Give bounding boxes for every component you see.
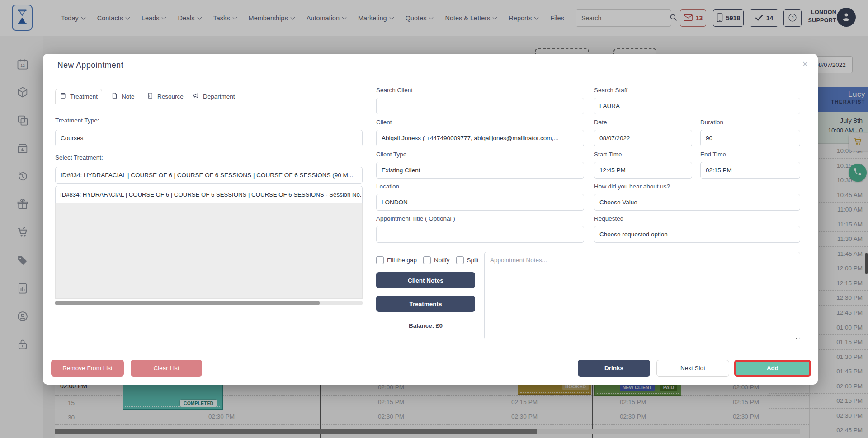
- appointment-title-label: Appointment Title ( Optional ): [376, 215, 455, 222]
- close-icon[interactable]: ×: [802, 59, 808, 69]
- treatment-list-scrollbar-thumb[interactable]: [55, 301, 320, 305]
- add-button[interactable]: Add: [734, 360, 811, 377]
- options-row: Fill the gap Notify Split: [376, 256, 479, 264]
- select-treatment-label: Select Treatment:: [55, 154, 103, 161]
- remove-from-list-button[interactable]: Remove From List: [51, 360, 124, 377]
- megaphone-icon: [193, 92, 199, 100]
- split-option: Split: [456, 256, 479, 264]
- date-input[interactable]: [594, 130, 692, 146]
- search-staff-label: Search Staff: [594, 87, 627, 94]
- end-time-input[interactable]: [700, 162, 800, 179]
- select-treatment-select[interactable]: [55, 167, 363, 184]
- treatment-type-select[interactable]: [55, 130, 363, 146]
- location-select[interactable]: [376, 194, 584, 211]
- new-appointment-modal: New Appointment × Treatment Note Resourc…: [43, 54, 818, 385]
- building-icon: [147, 92, 154, 100]
- tab-note[interactable]: Note: [109, 89, 137, 104]
- client-type-label: Client Type: [376, 151, 406, 158]
- hear-about-select[interactable]: [594, 194, 800, 211]
- hear-about-label: How did you hear about us?: [594, 183, 670, 190]
- start-time-label: Start Time: [594, 151, 622, 158]
- clipboard-icon: [60, 92, 66, 100]
- balance-text: Balance: £0: [376, 322, 475, 329]
- appointment-notes-textarea[interactable]: [484, 252, 800, 339]
- treatment-list-scrollbar[interactable]: [55, 301, 363, 305]
- location-label: Location: [376, 183, 399, 190]
- search-client-input[interactable]: [376, 98, 584, 114]
- modal-title: New Appointment: [57, 61, 123, 70]
- requested-label: Requested: [594, 215, 623, 222]
- treatments-button[interactable]: Treatments: [376, 296, 475, 312]
- treatment-type-label: Treatment Type:: [55, 117, 99, 124]
- search-staff-input[interactable]: [594, 98, 800, 114]
- next-slot-button[interactable]: Next Slot: [656, 360, 729, 377]
- clear-list-button[interactable]: Clear List: [131, 360, 202, 377]
- note-icon: [111, 92, 118, 100]
- client-label: Client: [376, 119, 392, 126]
- client-input[interactable]: [376, 130, 584, 146]
- start-time-input[interactable]: [594, 162, 692, 179]
- modal-footer: Remove From List Clear List Drinks Next …: [43, 352, 818, 385]
- client-notes-button[interactable]: Client Notes: [376, 272, 475, 288]
- drinks-button[interactable]: Drinks: [578, 360, 650, 377]
- tab-resource[interactable]: Resource: [145, 89, 185, 104]
- tab-department[interactable]: Department: [191, 89, 237, 104]
- date-label: Date: [594, 119, 607, 126]
- notify-option: Notify: [423, 256, 450, 264]
- split-checkbox[interactable]: [456, 256, 464, 264]
- fill-the-gap-checkbox[interactable]: [376, 256, 384, 264]
- treatment-list-item[interactable]: ID#834: HYDRAFACIAL | COURSE OF 6 | COUR…: [55, 186, 363, 203]
- duration-input[interactable]: [700, 130, 800, 146]
- fill-the-gap-option: Fill the gap: [376, 256, 417, 264]
- duration-label: Duration: [700, 119, 723, 126]
- appointment-title-input[interactable]: [376, 226, 584, 243]
- client-type-select[interactable]: [376, 162, 584, 179]
- requested-select[interactable]: [594, 226, 800, 243]
- treatment-list-empty-area: [55, 203, 363, 299]
- search-client-label: Search Client: [376, 87, 413, 94]
- notify-checkbox[interactable]: [423, 256, 431, 264]
- modal-header: New Appointment ×: [43, 54, 818, 77]
- tab-treatment[interactable]: Treatment: [55, 89, 102, 104]
- end-time-label: End Time: [700, 151, 726, 158]
